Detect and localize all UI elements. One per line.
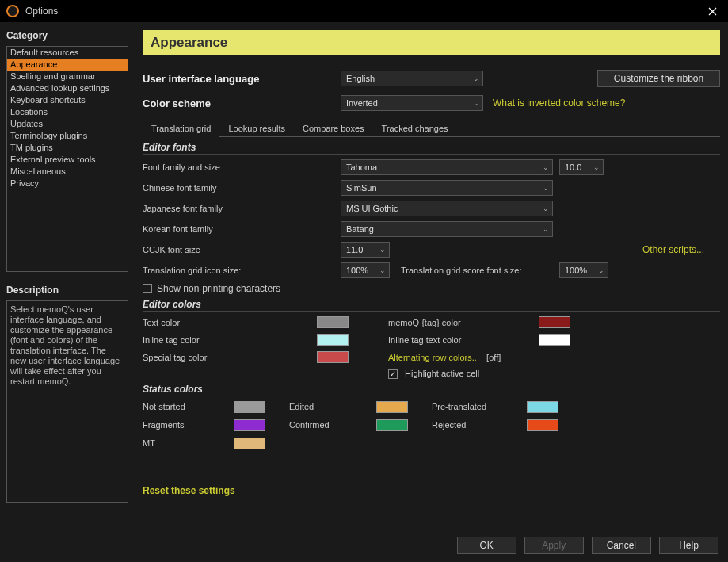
customize-ribbon-button[interactable]: Customize the ribbon <box>597 70 720 87</box>
alternating-colors-link[interactable]: Alternating row colors... <box>388 353 479 362</box>
chevron-down-icon: ⌄ <box>543 184 549 192</box>
cancel-button[interactable]: Cancel <box>592 537 651 554</box>
chevron-down-icon: ⌄ <box>598 266 604 274</box>
reset-settings-link[interactable]: Reset these settings <box>143 485 235 496</box>
korean-font-select[interactable]: Batang⌄ <box>341 221 553 237</box>
inline-tag-text-color-swatch[interactable] <box>539 334 570 346</box>
ok-button[interactable]: OK <box>457 537 516 554</box>
status-color-swatch[interactable] <box>527 419 558 431</box>
help-button[interactable]: Help <box>659 537 718 554</box>
chevron-down-icon: ⌄ <box>543 225 549 233</box>
window-title: Options <box>25 6 696 17</box>
color-scheme-value: Inverted <box>346 98 378 108</box>
font-size-select[interactable]: 10.0⌄ <box>559 159 604 175</box>
japanese-font-select[interactable]: MS UI Gothic⌄ <box>341 201 553 216</box>
tabs: Translation gridLookup resultsCompare bo… <box>143 119 720 137</box>
status-color-swatch[interactable] <box>234 401 265 413</box>
editor-colors-section: Editor colors <box>143 299 720 312</box>
category-item[interactable]: Updates <box>7 118 128 130</box>
category-item[interactable]: Default resources <box>7 47 128 59</box>
close-icon <box>708 7 717 16</box>
korean-font-label: Korean font family <box>143 224 341 234</box>
memoq-tag-color-label: memoQ {tag} color <box>388 318 539 327</box>
status-color-swatch[interactable] <box>234 438 265 449</box>
status-label: Fragments <box>143 420 234 430</box>
status-color-swatch[interactable] <box>234 419 265 431</box>
ccjk-size-select[interactable]: 11.0⌄ <box>341 242 390 258</box>
category-item[interactable]: Privacy <box>7 178 128 189</box>
status-label: Rejected <box>432 420 527 430</box>
chevron-down-icon: ⌄ <box>543 205 549 212</box>
status-label: MT <box>143 438 234 448</box>
font-family-select[interactable]: Tahoma⌄ <box>341 159 553 175</box>
japanese-font-label: Japanese font family <box>143 204 341 213</box>
color-scheme-select[interactable]: Inverted ⌄ <box>341 95 483 111</box>
text-color-label: Text color <box>143 318 317 327</box>
highlight-active-label: Highlight active cell <box>405 369 479 378</box>
tab[interactable]: Tracked changes <box>373 120 457 137</box>
status-color-swatch[interactable] <box>376 401 408 413</box>
ui-language-value: English <box>346 74 375 83</box>
chinese-font-label: Chinese font family <box>143 183 341 193</box>
alternating-colors-state: [off] <box>486 353 501 362</box>
status-label: Confirmed <box>289 420 376 430</box>
category-list[interactable]: Default resourcesAppearanceSpelling and … <box>6 46 128 272</box>
icon-size-label: Translation grid icon size: <box>143 266 341 275</box>
score-font-select[interactable]: 100%⌄ <box>559 262 608 278</box>
category-item[interactable]: External preview tools <box>7 154 128 166</box>
category-item[interactable]: Keyboard shortcuts <box>7 94 128 106</box>
status-color-swatch[interactable] <box>527 401 558 413</box>
color-scheme-label: Color scheme <box>143 97 341 109</box>
apply-button[interactable]: Apply <box>524 537 584 554</box>
category-item[interactable]: TM plugins <box>7 142 128 154</box>
status-label: Not started <box>143 402 234 411</box>
tab[interactable]: Compare boxes <box>294 120 373 137</box>
font-family-label: Font family and size <box>143 162 341 172</box>
text-color-swatch[interactable] <box>317 316 349 328</box>
status-colors-section: Status colors <box>143 384 720 396</box>
app-icon <box>6 5 19 17</box>
what-is-inverted-link[interactable]: What is inverted color scheme? <box>493 97 625 109</box>
category-heading: Category <box>6 30 128 41</box>
memoq-tag-color-swatch[interactable] <box>539 316 570 328</box>
tab[interactable]: Translation grid <box>143 120 219 137</box>
category-item[interactable]: Spelling and grammar <box>7 71 128 82</box>
inline-tag-color-swatch[interactable] <box>317 334 349 346</box>
page-title: Appearance <box>143 30 720 55</box>
show-nonprinting-label: Show non-printing characters <box>157 283 280 294</box>
chinese-font-select[interactable]: SimSun⌄ <box>341 180 553 196</box>
category-item[interactable]: Locations <box>7 106 128 118</box>
show-nonprinting-checkbox[interactable] <box>143 284 152 293</box>
titlebar: Options <box>0 0 728 22</box>
ccjk-size-label: CCJK font size <box>143 245 341 254</box>
icon-size-select[interactable]: 100%⌄ <box>341 262 390 278</box>
other-scripts-link[interactable]: Other scripts... <box>642 244 704 255</box>
category-item[interactable]: Miscellaneous <box>7 166 128 178</box>
chevron-down-icon: ⌄ <box>379 246 386 254</box>
status-color-swatch[interactable] <box>376 419 408 431</box>
sidebar: Category Default resourcesAppearanceSpel… <box>0 22 135 530</box>
category-item[interactable]: Appearance <box>7 59 128 71</box>
chevron-down-icon: ⌄ <box>473 99 479 107</box>
status-colors-grid: Not startedEditedPre-translatedFragments… <box>143 401 720 449</box>
category-item[interactable]: Terminology plugins <box>7 130 128 142</box>
special-tag-color-label: Special tag color <box>143 353 317 362</box>
special-tag-color-swatch[interactable] <box>317 351 349 363</box>
status-label: Pre-translated <box>432 402 527 411</box>
chevron-down-icon: ⌄ <box>593 163 600 171</box>
tab[interactable]: Lookup results <box>219 120 294 137</box>
status-label: Edited <box>289 402 376 411</box>
inline-tag-color-label: Inline tag color <box>143 335 317 345</box>
score-font-label: Translation grid score font size: <box>401 266 559 275</box>
footer: OK Apply Cancel Help <box>0 530 728 560</box>
ui-language-label: User interface language <box>143 73 341 85</box>
editor-fonts-section: Editor fonts <box>143 142 720 155</box>
main-panel: Appearance User interface language Engli… <box>135 22 728 530</box>
description-text: Select memoQ's user interface language, … <box>6 300 128 503</box>
close-button[interactable] <box>696 0 728 22</box>
category-item[interactable]: Advanced lookup settings <box>7 82 128 94</box>
description-heading: Description <box>6 285 128 296</box>
highlight-active-checkbox[interactable]: ✓ <box>388 369 398 379</box>
chevron-down-icon: ⌄ <box>379 266 386 274</box>
ui-language-select[interactable]: English ⌄ <box>341 71 483 86</box>
